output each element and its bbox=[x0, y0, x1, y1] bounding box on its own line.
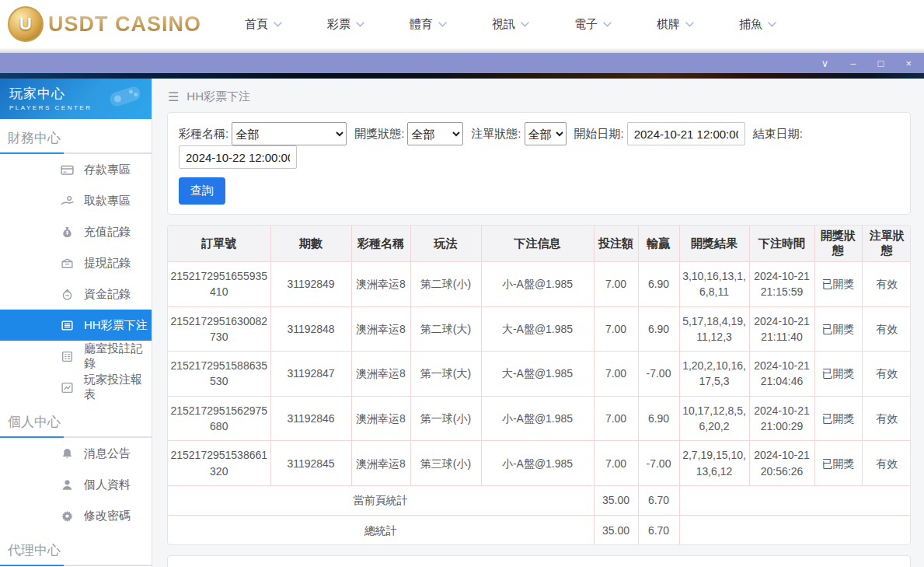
table-cell: 7.00 bbox=[594, 352, 638, 397]
sidebar-item-label: 玩家投注報表 bbox=[84, 373, 152, 402]
table-cell: 6.90 bbox=[638, 396, 679, 441]
sidebar-item-label: 資金記錄 bbox=[84, 287, 131, 302]
column-header: 投注額 bbox=[594, 226, 638, 262]
minimize-icon[interactable]: – bbox=[850, 58, 856, 68]
table-cell: 2152172951655935410 bbox=[168, 262, 270, 307]
sidebar-section-heading: 財務中心 bbox=[0, 119, 152, 152]
table-cell: 2024-10-21 21:11:40 bbox=[749, 306, 814, 352]
draw-status-label: 開獎狀態: bbox=[354, 127, 404, 142]
table-cell: 澳洲幸运8 bbox=[351, 262, 410, 307]
brand-name: USDT CASINO bbox=[48, 12, 201, 37]
sidebar-item[interactable]: 個人資料 bbox=[0, 469, 152, 500]
table-cell: 第二球(小) bbox=[410, 262, 481, 307]
maximize-icon[interactable]: □ bbox=[878, 58, 884, 68]
sidebar-item[interactable]: HH彩票下注› bbox=[0, 310, 152, 341]
lottery-name-label: 彩種名稱: bbox=[179, 127, 228, 142]
nav-item[interactable]: 視訊 bbox=[492, 17, 529, 32]
table-cell: 7.00 bbox=[594, 306, 638, 352]
nav-item-label: 棋牌 bbox=[657, 17, 680, 32]
main-panel: ☰ HH彩票下注 彩種名稱: 全部 開獎狀態: 全部 注單狀態: 全部 開始日期… bbox=[152, 79, 924, 567]
table-cell: 1,20,2,10,16,17,5,3 bbox=[679, 352, 749, 397]
sidebar: 玩家中心 PLAYERS CENTER 財務中心存款專區取款專區充值記錄提現記錄… bbox=[0, 79, 152, 567]
column-header: 下注時間 bbox=[749, 226, 814, 262]
end-date-label: 結束日期: bbox=[753, 127, 803, 142]
nav-item-label: 首頁 bbox=[245, 17, 268, 32]
table-cell: 7.00 bbox=[594, 441, 638, 486]
nav-item[interactable]: 棋牌 bbox=[657, 17, 694, 32]
column-header: 彩種名稱 bbox=[351, 226, 410, 262]
bets-table-card: 訂單號期數彩種名稱玩法下注信息投注額輸贏開獎結果下注時間開獎狀態注單狀態 215… bbox=[167, 225, 911, 545]
section-divider bbox=[0, 565, 152, 566]
chevron-down-icon bbox=[438, 22, 447, 27]
table-cell: 2152172951630082730 bbox=[168, 306, 270, 352]
table-row: 215217295165593541031192849澳洲幸运8第二球(小)小-… bbox=[168, 262, 911, 307]
table-cell: 澳洲幸运8 bbox=[351, 352, 410, 397]
nav-item-label: 視訊 bbox=[492, 17, 515, 32]
hamburger-icon[interactable]: ☰ bbox=[168, 89, 179, 104]
sidebar-item[interactable]: 廳室投註記錄 bbox=[0, 341, 152, 372]
list-icon bbox=[61, 319, 74, 332]
chevron-down-icon[interactable]: ∨ bbox=[821, 58, 829, 68]
chevron-down-icon bbox=[685, 22, 694, 27]
order-status-select[interactable]: 全部 bbox=[525, 122, 567, 145]
usdt-coin-icon: U bbox=[8, 6, 44, 42]
sidebar-item[interactable]: 存款專區 bbox=[0, 154, 152, 185]
summary-row: 總統計35.006.70 bbox=[168, 515, 911, 544]
table-row: 215217295156297568031192846澳洲幸运8第一球(小)小-… bbox=[168, 396, 911, 441]
sidebar-item[interactable]: 資金記錄 bbox=[0, 278, 152, 310]
summary-row: 當前頁統計35.006.70 bbox=[168, 485, 911, 515]
sidebar-item[interactable]: 消息公告 bbox=[0, 438, 152, 469]
table-cell: 第一球(大) bbox=[410, 352, 481, 397]
table-cell: 已開獎 bbox=[814, 352, 862, 397]
chevron-down-icon bbox=[356, 22, 364, 27]
end-date-input[interactable] bbox=[179, 145, 297, 169]
column-header: 玩法 bbox=[410, 226, 481, 262]
table-cell: 澳洲幸运8 bbox=[351, 441, 410, 486]
coin-letter: U bbox=[19, 14, 32, 34]
table-cell: 2024-10-21 21:00:29 bbox=[749, 396, 814, 441]
breadcrumb: ☰ HH彩票下注 bbox=[152, 79, 924, 112]
nav-item[interactable]: 捕魚 bbox=[739, 17, 776, 32]
close-icon[interactable]: × bbox=[905, 58, 912, 68]
summary-cell bbox=[679, 485, 911, 515]
sidebar-item[interactable]: 提現記錄 bbox=[0, 247, 152, 278]
table-cell: 31192846 bbox=[270, 396, 351, 441]
nav-item[interactable]: 電子 bbox=[574, 17, 612, 32]
main-nav: 首頁彩票體育視訊電子棋牌捕魚 bbox=[245, 17, 776, 32]
table-cell: 澳洲幸运8 bbox=[351, 396, 410, 441]
table-cell: -7.00 bbox=[638, 441, 679, 486]
sidebar-header: 玩家中心 PLAYERS CENTER bbox=[0, 79, 152, 119]
window-titlebar: ∨–□× bbox=[0, 53, 924, 73]
coin-purse-icon bbox=[61, 288, 74, 301]
table-cell: 2024-10-21 21:04:46 bbox=[749, 352, 814, 397]
chevron-down-icon bbox=[521, 22, 529, 27]
lottery-name-select[interactable]: 全部 bbox=[232, 122, 347, 145]
sidebar-item-label: 廳室投註記錄 bbox=[84, 341, 152, 371]
column-header: 開獎結果 bbox=[679, 226, 749, 262]
table-cell: 6.90 bbox=[638, 262, 679, 307]
wallet-icon bbox=[61, 257, 74, 270]
draw-status-select[interactable]: 全部 bbox=[407, 122, 463, 145]
nav-item[interactable]: 首頁 bbox=[245, 17, 282, 32]
table-cell: 大-A盤@1.985 bbox=[481, 306, 594, 352]
search-button[interactable]: 查詢 bbox=[179, 177, 225, 205]
chevron-right-icon: › bbox=[138, 320, 141, 331]
column-header: 開獎狀態 bbox=[814, 226, 862, 262]
nav-item[interactable]: 體育 bbox=[410, 17, 447, 32]
nav-item-label: 捕魚 bbox=[739, 17, 762, 32]
sidebar-item[interactable]: 修改密碼 bbox=[0, 500, 152, 531]
start-date-input[interactable] bbox=[627, 122, 745, 145]
summary-cell: 總統計 bbox=[168, 515, 594, 544]
sidebar-item[interactable]: 取款專區 bbox=[0, 185, 152, 216]
summary-cell: 當前頁統計 bbox=[168, 485, 594, 515]
sidebar-section-heading: 個人中心 bbox=[0, 403, 152, 436]
table-row: 215217295153866132031192845澳洲幸运8第三球(小)小-… bbox=[168, 441, 911, 486]
table-cell: 2152172951588635530 bbox=[168, 352, 270, 397]
table-cell: 第二球(大) bbox=[410, 306, 481, 352]
sidebar-item[interactable]: 玩家投注報表 bbox=[0, 372, 152, 403]
sidebar-item[interactable]: 充值記錄 bbox=[0, 216, 152, 247]
sidebar-item-label: 存款專區 bbox=[84, 163, 131, 177]
nav-item[interactable]: 彩票 bbox=[327, 17, 364, 32]
filter-panel: 彩種名稱: 全部 開獎狀態: 全部 注單狀態: 全部 開始日期: 結束日期: 查… bbox=[167, 112, 911, 215]
column-header: 期數 bbox=[270, 226, 351, 262]
